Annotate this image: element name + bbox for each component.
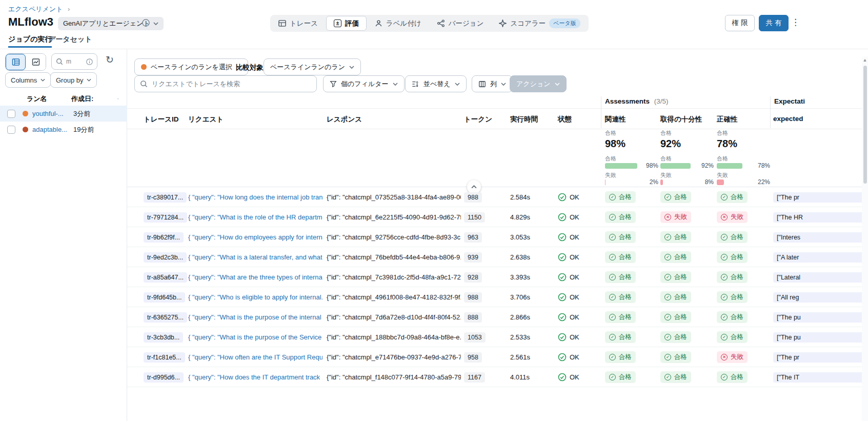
trace-table-body: tr-c389017... { "query": "How long does … [127,187,868,387]
assessment-pass-badge: ✓合格 [605,211,636,223]
assessments-count: (3/5) [654,97,669,105]
trace-id-badge[interactable]: tr-c389017... [144,192,187,203]
col-request[interactable]: リクエスト [188,115,224,124]
table-row[interactable]: tr-9fd645b... { "query": "Who is eligibl… [127,287,868,307]
assessment-fail-badge: ✕失敗 [660,211,691,223]
refresh-icon[interactable]: ↻ [106,54,114,66]
assessment-pass-badge: ✓合格 [717,231,748,243]
table-row[interactable]: tr-d995d6... { "query": "How does the IT… [127,367,868,387]
trace-id-badge[interactable]: tr-9b62f9f... [144,232,184,243]
col-expected[interactable]: expected [773,115,803,123]
pass-bar [605,163,637,169]
filter-icon [330,81,337,87]
tab-evaluation[interactable]: ± 評価 [326,16,367,31]
run-row[interactable]: youthful-... 3分前 [0,106,127,122]
tab-scorers-label: スコアラー [510,19,546,28]
run-checkbox[interactable] [7,110,15,118]
baseline-run-select[interactable]: ベースラインのランを選択 [134,58,248,75]
filter-button[interactable]: 個のフィルター [323,75,405,92]
request-cell[interactable]: { "query": "What is the purpose of the S… [188,327,322,347]
col-sufficiency[interactable]: 取得の十分性 [660,115,702,124]
overflow-menu-icon[interactable]: ⋮ [791,17,800,28]
scroll-up-arrow[interactable]: ▲ [862,57,867,63]
columns-dropdown[interactable]: Columns [5,72,51,88]
request-cell[interactable]: { "query": "How does the IT department t… [188,367,322,387]
expected-facts-cell: ["All reg [773,292,868,303]
tokens-badge: 1150 [464,212,485,223]
tab-job-runs[interactable]: ジョブの実行 [8,35,52,44]
check-circle-icon: ✓ [609,334,616,340]
trace-id-badge[interactable]: tr-3cb3db... [144,332,183,343]
request-cell[interactable]: { "query": "How do employees apply for i… [188,227,322,247]
trace-id-badge[interactable]: tr-7971284... [144,212,187,223]
table-row[interactable]: tr-a85a647... { "query": "What are the t… [127,267,868,287]
trace-id-badge[interactable]: tr-6365275... [144,312,187,323]
pass-fail-histogram: 合格 92% 失敗 8% [660,155,714,185]
list-view-button[interactable] [6,54,26,70]
breadcrumb-separator: › [68,5,70,13]
table-row[interactable]: tr-3cb3db... { "query": "What is the pur… [127,327,868,347]
fail-bar [605,179,605,185]
x-circle-icon: ✕ [721,214,728,220]
run-search-input[interactable]: m [51,53,97,70]
check-circle-icon: ✓ [664,354,671,360]
request-cell[interactable]: { "query": "Who is eligible to apply for… [188,287,322,307]
table-row[interactable]: tr-6365275... { "query": "What is the pu… [127,307,868,327]
response-cell: {"id": "chatcmpl_92756cce-cdfd-4fbe-8d93… [327,227,461,247]
request-cell[interactable]: { "query": "What is the role of the HR d… [188,207,322,227]
table-row[interactable]: tr-c389017... { "query": "How long does … [127,187,868,207]
scrollbar-thumb[interactable] [863,66,867,184]
table-row[interactable]: tr-9ed2c3b... { "query": "What is a late… [127,247,868,267]
tab-versions[interactable]: バージョン [430,16,491,31]
compare-run-select[interactable]: ベースラインランのラン [264,58,361,75]
run-name-link[interactable]: youthful-... [32,110,72,117]
trace-id-badge[interactable]: tr-9fd645b... [144,292,185,303]
view-tabstrip: トレース ± 評価 ラベル付け バージョン スコアラー ベータ版 [270,15,589,32]
col-trace-id[interactable]: トレースID [144,115,178,124]
trace-id-badge[interactable]: tr-a85a647... [144,272,187,283]
info-icon[interactable] [142,19,150,27]
sufficiency-summary: 合格 92% 合格 92% 失敗 8% [660,129,714,186]
request-cell[interactable]: { "query": "What is a lateral transfer, … [188,247,322,267]
breadcrumb-experiments-link[interactable]: エクスペリメント [8,5,63,13]
col-tokens[interactable]: トークン [464,115,492,124]
table-row[interactable]: tr-9b62f9f... { "query": "How do employe… [127,227,868,247]
col-correctness[interactable]: 正確性 [717,115,738,124]
trace-id-badge[interactable]: tr-d995d6... [144,372,184,383]
col-status[interactable]: 状態 [558,115,572,124]
pass-rate-value: 98% [605,138,659,150]
tab-traces[interactable]: トレース [271,16,325,31]
groupby-dropdown[interactable]: Group by [50,72,97,88]
run-name-link[interactable]: adaptable... [32,126,72,133]
tab-datasets[interactable]: データセット [48,35,92,44]
col-relevance[interactable]: 関連性 [605,115,626,124]
trace-search-input[interactable]: リクエストでトレースを検索 [134,75,317,92]
trace-id-badge[interactable]: tr-f1c81e5... [144,352,185,363]
chevron-down-icon [501,83,506,86]
permissions-button[interactable]: 権限 [725,15,755,31]
run-checkbox[interactable] [7,126,15,134]
request-cell[interactable]: { "query": "How often are the IT Support… [188,347,322,367]
status-cell: OK [558,247,579,267]
chart-view-button[interactable] [26,54,46,70]
run-row[interactable]: adaptable... 19分前 [0,122,127,137]
col-time[interactable]: 実行時間 [510,115,538,124]
share-button[interactable]: 共有 [759,15,789,31]
expected-facts-cell: ["The pr [773,352,868,363]
x-circle-icon: ✕ [664,214,671,220]
tab-scorers[interactable]: スコアラー ベータ版 [492,16,587,31]
column-resize-handle[interactable]: · [117,94,119,102]
request-cell[interactable]: { "query": "What are the three types of … [188,267,322,287]
table-columns-button[interactable]: 列 [472,75,513,92]
sort-button[interactable]: 並べ替え [405,75,467,92]
col-response[interactable]: レスポンス [327,115,362,124]
trace-id-badge[interactable]: tr-9ed2c3b... [144,252,187,263]
assessment-fail-badge: ✕失敗 [717,351,748,363]
tab-labeling[interactable]: ラベル付け [368,16,429,31]
request-cell[interactable]: { "query": "What is the purpose of the i… [188,307,322,327]
response-cell: {"id": "chatcmpl_4961f008-8e47-4182-832f… [327,287,461,307]
request-cell[interactable]: { "query": "How long does the internal j… [188,187,322,207]
check-circle-icon: ✓ [721,194,728,201]
table-row[interactable]: tr-7971284... { "query": "What is the ro… [127,207,868,227]
table-row[interactable]: tr-f1c81e5... { "query": "How often are … [127,347,868,367]
